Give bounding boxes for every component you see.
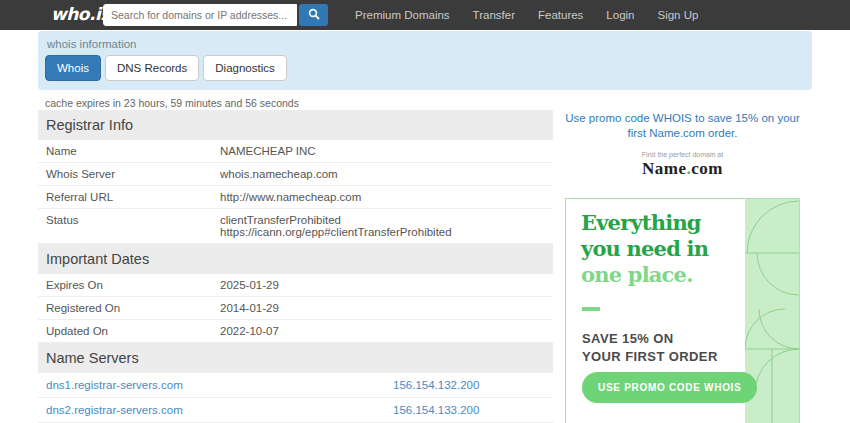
table-row: Expires On 2025-01-29	[38, 274, 553, 297]
nav-item-signup[interactable]: Sign Up	[658, 9, 699, 21]
row-value: http://www.namecheap.com	[220, 191, 545, 203]
row-label: Registered On	[46, 302, 220, 314]
table-row: Whois Server whois.namecheap.com	[38, 163, 553, 186]
whois-information-panel: whois information Whois DNS Records Diag…	[38, 31, 812, 90]
ad-headline: Everything you need in one place.	[581, 210, 708, 288]
nav-item-transfer[interactable]: Transfer	[473, 9, 515, 21]
navbar-menu: Premium Domains Transfer Features Login …	[355, 0, 698, 30]
namecom-ad-banner[interactable]: Everything you need in one place. SAVE 1…	[565, 198, 800, 423]
nameserver-ip-link[interactable]: 156.154.132.200	[393, 379, 479, 391]
search-input[interactable]	[103, 4, 297, 26]
ad-offer-text: SAVE 15% ON YOUR FIRST ORDER	[582, 330, 718, 366]
cache-expiry-notice: cache expires in 23 hours, 59 minutes an…	[45, 97, 299, 109]
search-icon	[308, 8, 320, 23]
ad-offer-line2: YOUR FIRST ORDER	[582, 348, 718, 366]
nameserver-ip-link[interactable]: 156.154.133.200	[393, 404, 479, 416]
ad-tagline: Find the perfect domain at	[565, 151, 800, 158]
section-header-important-dates: Important Dates	[38, 244, 553, 274]
nav-item-login[interactable]: Login	[606, 9, 634, 21]
ad-headline-line3: one place.	[581, 262, 708, 288]
record-tabs: Whois DNS Records Diagnostics	[45, 55, 287, 81]
logo-tld-part: com	[691, 159, 723, 178]
row-value: 2025-01-29	[220, 279, 545, 291]
ad-offer-line1: SAVE 15% ON	[582, 330, 718, 348]
row-label: Name	[46, 145, 220, 157]
section-header-name-servers: Name Servers	[38, 343, 553, 373]
table-row: Status clientTransferProhibited https://…	[38, 209, 553, 244]
use-promo-code-button[interactable]: USE PROMO CODE WHOIS	[582, 372, 757, 403]
table-row: Updated On 2022-10-07	[38, 320, 553, 343]
top-navbar: who.is Premium Domains Transfer Features…	[0, 0, 850, 30]
nav-item-features[interactable]: Features	[538, 9, 583, 21]
row-value: 2022-10-07	[220, 325, 545, 337]
namecom-logo[interactable]: Name.com	[565, 159, 800, 179]
table-row: dns1.registrar-servers.com 156.154.132.2…	[38, 373, 553, 398]
nameserver-link[interactable]: dns2.registrar-servers.com	[46, 404, 393, 416]
search-button[interactable]	[299, 4, 328, 26]
panel-title: whois information	[47, 38, 136, 50]
table-row: Registered On 2014-01-29	[38, 297, 553, 320]
row-label: Status	[46, 214, 220, 226]
table-row: Name NAMECHEAP INC	[38, 140, 553, 163]
whois-logo[interactable]: who.is	[51, 4, 110, 24]
tab-dns-records[interactable]: DNS Records	[105, 55, 199, 81]
nameserver-link[interactable]: dns1.registrar-servers.com	[46, 379, 393, 391]
ad-headline-line2: you need in	[581, 236, 708, 262]
tab-diagnostics[interactable]: Diagnostics	[203, 55, 286, 81]
promo-code-link[interactable]: Use promo code WHOIS to save 15% on your…	[565, 111, 800, 141]
whois-result-table: Registrar Info Name NAMECHEAP INC Whois …	[38, 110, 553, 423]
tab-whois[interactable]: Whois	[45, 55, 101, 81]
nav-item-premium-domains[interactable]: Premium Domains	[355, 9, 450, 21]
ad-headline-line1: Everything	[581, 210, 708, 236]
domain-search-form	[103, 4, 328, 26]
row-value: clientTransferProhibited https://icann.o…	[220, 214, 545, 238]
row-value: whois.namecheap.com	[220, 168, 545, 180]
ad-dash-divider	[582, 307, 600, 311]
table-row: Referral URL http://www.namecheap.com	[38, 186, 553, 209]
row-label: Expires On	[46, 279, 220, 291]
section-header-registrar-info: Registrar Info	[38, 110, 553, 140]
row-label: Referral URL	[46, 191, 220, 203]
logo-name-part: Name	[642, 159, 686, 178]
row-label: Updated On	[46, 325, 220, 337]
row-label: Whois Server	[46, 168, 220, 180]
row-value: NAMECHEAP INC	[220, 145, 545, 157]
row-value: 2014-01-29	[220, 302, 545, 314]
table-row: dns2.registrar-servers.com 156.154.133.2…	[38, 398, 553, 423]
